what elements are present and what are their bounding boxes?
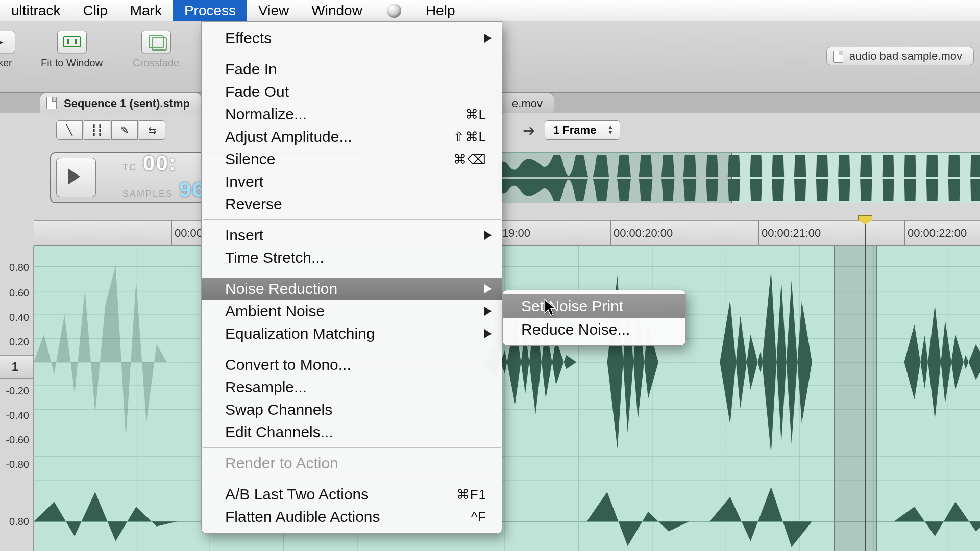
menu-help[interactable]: Help <box>414 0 467 21</box>
marker-button[interactable]: ▸ arker <box>0 31 15 69</box>
menu-mark[interactable]: Mark <box>119 0 173 21</box>
samples-label: SAMPLES <box>122 189 173 199</box>
track-number[interactable]: 1 <box>0 355 33 379</box>
submenu-item-reduce-noise[interactable]: Reduce Noise... <box>503 318 685 341</box>
nudge-controls: ➔ 1 Frame ▲▼ <box>523 120 620 140</box>
amplitude-scale: 0.80 0.60 0.40 0.20 0 -0.20 -0.40 -0.60 … <box>0 246 34 551</box>
marker-label: arker <box>0 57 12 69</box>
playhead-line[interactable] <box>865 220 866 551</box>
noise-reduction-submenu[interactable]: Set Noise PrintReduce Noise... <box>502 290 686 346</box>
amp-label: 0.80 <box>9 262 29 273</box>
menu-item-insert[interactable]: Insert <box>202 224 502 246</box>
amp-label: -0.40 <box>6 410 29 421</box>
menu-process[interactable]: Process <box>173 0 247 21</box>
crossfade-icon <box>141 31 171 53</box>
menu-multitrack[interactable]: ultitrack <box>0 0 71 21</box>
crossfade-label: Crossfade <box>133 57 179 69</box>
menu-item-noise-reduction[interactable]: Noise Reduction <box>202 278 502 300</box>
amp-label: 0.80 <box>9 516 29 528</box>
submenu-item-set-noise-print[interactable]: Set Noise Print <box>503 294 685 318</box>
ruler-tick: 19:00 <box>499 221 530 245</box>
ruler-tick: 00:00 <box>172 221 203 245</box>
menu-item-time-stretch[interactable]: Time Stretch... <box>202 246 502 269</box>
amp-label: 0.20 <box>9 336 29 348</box>
amp-label: -0.20 <box>6 385 29 397</box>
crossfade-button[interactable]: Crossfade <box>133 31 179 69</box>
amp-label: -0.80 <box>6 459 29 470</box>
ruler-tick: 00:00:20:00 <box>610 221 673 245</box>
menu-item-flatten-audible-actions[interactable]: Flatten Audible Actions^F <box>202 506 502 528</box>
menu-item-silence[interactable]: Silence⌘⌫ <box>202 148 502 170</box>
document-icon <box>46 97 57 109</box>
ruler-tick: 00:00:21:00 <box>758 221 821 245</box>
menu-item-fade-out[interactable]: Fade Out <box>202 81 502 103</box>
menu-item-ambient-noise[interactable]: Ambient Noise <box>202 300 502 322</box>
scrub-tool[interactable]: ⇆ <box>139 120 165 140</box>
menu-item-fade-in[interactable]: Fade In <box>202 58 502 81</box>
pointer-tool[interactable]: ╲ <box>56 120 83 140</box>
amp-label: 0.40 <box>9 312 29 323</box>
menu-item-reverse[interactable]: Reverse <box>202 193 502 215</box>
time-ruler[interactable]: 00:00 19:00 00:00:20:00 00:00:21:00 00:0… <box>34 220 980 246</box>
menu-clip[interactable]: Clip <box>71 0 118 21</box>
menubar[interactable]: ultitrack Clip Mark Process View Window … <box>0 0 980 21</box>
menu-item-adjust-amplitude[interactable]: Adjust Amplitude...⇧⌘L <box>202 126 502 148</box>
menu-item-a-b-last-two-actions[interactable]: A/B Last Two Actions⌘F1 <box>202 483 502 506</box>
selection-region[interactable] <box>834 246 877 551</box>
fit-to-window-label: Fit to Window <box>41 57 103 69</box>
overview-waveform[interactable] <box>497 152 980 203</box>
stepper-chevrons-icon: ▲▼ <box>608 124 614 135</box>
menu-view[interactable]: View <box>247 0 300 21</box>
overview-wave-top <box>498 155 980 177</box>
tc-value: 00: <box>143 151 177 176</box>
frame-stepper[interactable]: 1 Frame ▲▼ <box>545 120 620 140</box>
app-logo-icon <box>387 4 401 18</box>
play-button[interactable] <box>56 158 96 197</box>
pencil-tool[interactable]: ✎ <box>111 120 138 140</box>
overview-wave-bottom <box>498 179 980 201</box>
nudge-right-icon[interactable]: ➔ <box>523 121 535 139</box>
window-title: audio bad sample.mov <box>826 47 974 65</box>
tc-label: TC <box>122 162 137 173</box>
ruler-tick: 00:00:22:00 <box>904 221 967 245</box>
fit-to-window-icon <box>57 31 87 53</box>
tab-secondary[interactable]: e.mov <box>500 93 554 113</box>
menu-item-normalize[interactable]: Normalize...⌘L <box>202 103 502 126</box>
menu-item-equalization-matching[interactable]: Equalization Matching <box>202 322 502 345</box>
menu-item-edit-channels[interactable]: Edit Channels... <box>202 421 502 443</box>
marker-icon: ▸ <box>0 31 15 53</box>
amp-label: 0.60 <box>9 287 29 299</box>
menu-item-resample[interactable]: Resample... <box>202 376 502 398</box>
document-icon <box>833 51 843 63</box>
process-menu[interactable]: EffectsFade InFade OutNormalize...⌘LAdju… <box>201 21 502 534</box>
tool-palette: ╲ ┇┇ ✎ ⇆ <box>56 120 165 140</box>
window-title-text: audio bad sample.mov <box>849 49 962 63</box>
menu-item-invert[interactable]: Invert <box>202 170 502 193</box>
tab-sequence[interactable]: Sequence 1 (sent).stmp <box>40 93 202 113</box>
menu-item-effects[interactable]: Effects <box>202 27 502 49</box>
tab-label: Sequence 1 (sent).stmp <box>64 97 190 110</box>
fit-to-window-button[interactable]: Fit to Window <box>41 31 103 69</box>
menu-window[interactable]: Window <box>300 0 374 21</box>
range-tool[interactable]: ┇┇ <box>84 120 110 140</box>
menu-item-convert-to-mono[interactable]: Convert to Mono... <box>202 354 502 376</box>
amp-label: -0.60 <box>6 434 29 446</box>
frame-value: 1 Frame <box>553 123 596 137</box>
tab-secondary-label: e.mov <box>512 97 543 110</box>
menu-item-swap-channels[interactable]: Swap Channels <box>202 398 502 421</box>
menu-item-render-to-action: Render to Action <box>202 452 502 474</box>
